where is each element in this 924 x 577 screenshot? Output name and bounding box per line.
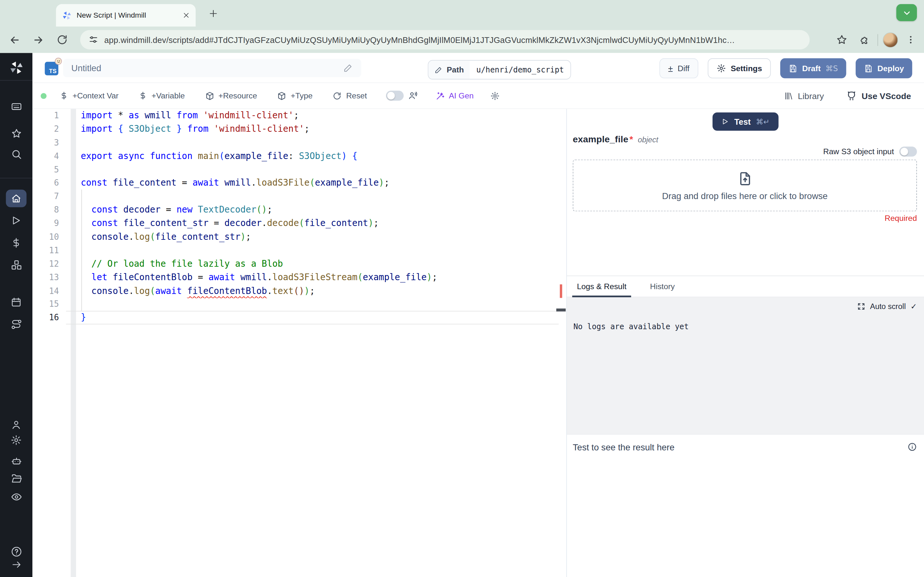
code-line[interactable]: 12 // Or load the file lazily as a Blob bbox=[32, 257, 566, 271]
play-icon bbox=[721, 118, 729, 125]
required-hint: Required bbox=[885, 214, 917, 223]
test-button[interactable]: Test ⌘↵ bbox=[712, 113, 779, 131]
line-number: 14 bbox=[32, 284, 59, 298]
script-header: TS Untitled Path u/henri/de bbox=[32, 53, 924, 83]
save-icon bbox=[788, 64, 798, 73]
sidebar-item-resources[interactable] bbox=[0, 258, 32, 271]
code-line[interactable]: 5 bbox=[32, 163, 566, 176]
line-number: 5 bbox=[32, 163, 59, 176]
use-vscode-button[interactable]: Use VScode bbox=[846, 90, 911, 101]
sidebar-item-user[interactable] bbox=[0, 418, 32, 431]
test-label: Test bbox=[734, 117, 751, 126]
logs-panel: Auto scroll ✓ No logs are available yet bbox=[567, 298, 924, 434]
magic-wand-icon bbox=[435, 91, 445, 100]
add-type-button[interactable]: +Type bbox=[277, 91, 312, 100]
tab-logs-result[interactable]: Logs & Result bbox=[577, 276, 626, 297]
multiplayer-icon bbox=[407, 91, 417, 101]
diff-button[interactable]: ± Diff bbox=[659, 58, 698, 78]
library-label: Library bbox=[798, 91, 824, 100]
reset-label: Reset bbox=[346, 91, 367, 100]
sidebar-item-workers[interactable] bbox=[0, 318, 32, 331]
type-label: +Type bbox=[291, 91, 312, 100]
code-line[interactable]: 16} bbox=[32, 311, 566, 324]
raw-s3-toggle[interactable] bbox=[899, 147, 917, 156]
browser-tab[interactable]: New Script | Windmill bbox=[56, 4, 195, 27]
ai-gen-button[interactable]: AI Gen bbox=[435, 91, 473, 100]
sidebar-item-help[interactable] bbox=[0, 545, 32, 558]
code-line[interactable]: 11 bbox=[32, 243, 566, 257]
sidebar-item-home[interactable] bbox=[6, 189, 26, 207]
windmill-app: TS Untitled Path u/henri/de bbox=[0, 53, 924, 577]
deploy-button[interactable]: Deploy bbox=[856, 58, 912, 78]
reset-icon bbox=[333, 91, 342, 100]
settings-button[interactable]: Settings bbox=[708, 58, 771, 78]
browser-menu-icon[interactable] bbox=[903, 32, 918, 47]
sidebar-item-keyboard[interactable] bbox=[0, 100, 32, 113]
library-button[interactable]: Library bbox=[784, 91, 824, 100]
auto-scroll-label[interactable]: Auto scroll bbox=[870, 302, 906, 311]
typescript-icon: TS bbox=[45, 62, 59, 76]
extensions-icon[interactable] bbox=[857, 32, 873, 47]
sidebar-item-search[interactable] bbox=[0, 148, 32, 161]
line-number: 12 bbox=[32, 257, 59, 271]
save-icon bbox=[864, 64, 873, 73]
windmill-logo-icon[interactable] bbox=[0, 61, 32, 74]
url-bar[interactable]: app.windmill.dev/scripts/add#JTdCJTIyaGF… bbox=[80, 30, 810, 50]
variable-label: +Variable bbox=[152, 91, 185, 100]
script-settings-gear[interactable] bbox=[490, 91, 499, 100]
multiplayer-switch[interactable] bbox=[386, 91, 404, 101]
code-line[interactable]: 6const file_content = await wmill.loadS3… bbox=[32, 176, 566, 190]
line-number: 7 bbox=[32, 190, 59, 203]
sidebar-item-ai[interactable] bbox=[0, 455, 32, 467]
browser-chrome: New Script | Windmill bbox=[0, 0, 924, 53]
forward-icon[interactable] bbox=[31, 32, 46, 47]
tab-history[interactable]: History bbox=[650, 276, 675, 297]
sidebar-item-variables[interactable] bbox=[0, 236, 32, 249]
code-line[interactable]: 14 console.log(await fileContentBlob.tex… bbox=[32, 284, 566, 298]
add-variable-button[interactable]: +Variable bbox=[139, 91, 185, 100]
argument-type: object bbox=[638, 135, 658, 144]
sidebar-collapse-icon[interactable] bbox=[0, 558, 32, 571]
code-line[interactable]: 4export async function main(example_file… bbox=[32, 149, 566, 163]
code-line[interactable]: 2import { S3Object } from 'windmill-clie… bbox=[32, 122, 566, 136]
file-dropzone[interactable]: Drag and drop files here or click to bro… bbox=[573, 160, 917, 211]
argument-name: example_file bbox=[573, 134, 628, 145]
sidebar-item-runs[interactable] bbox=[0, 214, 32, 227]
sidebar-item-schedules[interactable] bbox=[0, 295, 32, 308]
browser-avatar[interactable] bbox=[883, 32, 898, 47]
ts-badge-icon bbox=[55, 58, 62, 65]
bookmark-star-icon[interactable] bbox=[834, 32, 849, 47]
code-line[interactable]: 10 console.log(file_content_str); bbox=[32, 230, 566, 243]
reset-button[interactable]: Reset bbox=[333, 91, 367, 100]
code-line[interactable]: 3 bbox=[32, 136, 566, 149]
back-icon[interactable] bbox=[7, 32, 23, 47]
reload-icon[interactable] bbox=[54, 32, 69, 47]
info-icon[interactable] bbox=[908, 442, 917, 451]
code-line[interactable]: 9 const file_content_str = decoder.decod… bbox=[32, 217, 566, 230]
browser-profile-button[interactable] bbox=[897, 4, 917, 21]
new-tab-button[interactable] bbox=[206, 6, 220, 21]
add-resource-button[interactable]: +Resource bbox=[205, 91, 257, 100]
draft-button[interactable]: Draft ⌘S bbox=[780, 58, 846, 78]
add-context-var-button[interactable]: +Context Var bbox=[60, 91, 119, 100]
code-editor[interactable]: 1import * as wmill from 'windmill-client… bbox=[32, 109, 566, 577]
vscode-cat-icon bbox=[846, 90, 857, 101]
sidebar-item-folders[interactable] bbox=[0, 472, 32, 485]
status-dot bbox=[41, 93, 47, 98]
code-line[interactable]: 7 bbox=[32, 190, 566, 203]
site-settings-icon[interactable] bbox=[89, 35, 99, 45]
code-line[interactable]: 8 const decoder = new TextDecoder(); bbox=[32, 203, 566, 217]
sidebar-item-settings[interactable] bbox=[0, 434, 32, 446]
browser-toolbar: app.windmill.dev/scripts/add#JTdCJTIyaGF… bbox=[0, 27, 924, 53]
code-line[interactable]: 15 bbox=[32, 298, 566, 311]
path-field[interactable]: Path u/henri/demo_script bbox=[428, 60, 571, 79]
code-line[interactable]: 1import * as wmill from 'windmill-client… bbox=[32, 109, 566, 122]
sidebar-item-audit[interactable] bbox=[0, 490, 32, 503]
browser-tab-bar: New Script | Windmill bbox=[0, 0, 924, 27]
sidebar-item-star[interactable] bbox=[0, 127, 32, 140]
script-title-field[interactable]: Untitled bbox=[63, 59, 361, 77]
multiplayer-toggle[interactable] bbox=[386, 91, 418, 101]
edit-title-pencil-icon[interactable] bbox=[343, 63, 353, 73]
code-line[interactable]: 13 let fileContentBlob = await wmill.loa… bbox=[32, 271, 566, 284]
tab-close-icon[interactable] bbox=[183, 12, 190, 19]
